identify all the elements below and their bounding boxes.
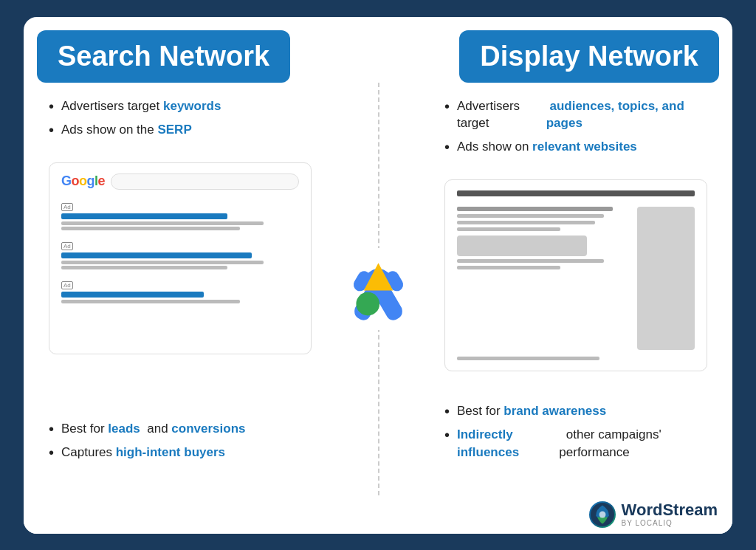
ad-line-2a	[61, 261, 264, 264]
ad-label-1: Ad	[61, 203, 73, 211]
right-top-bullets: Advertisers target audiences, topics, an…	[444, 97, 707, 162]
footer-bar: WordStream By LOCALiQ	[24, 495, 732, 534]
svg-point-3	[356, 292, 379, 315]
high-intent-highlight: high-intent buyers	[112, 444, 225, 461]
conversions-highlight: conversions	[168, 420, 246, 438]
right-bottom-bullets: Best for brand awareness Indirectly infl…	[444, 402, 707, 467]
google-logo-row: Google	[61, 173, 299, 190]
ad-result-3: Ad	[61, 277, 299, 303]
wordstream-brand: WordStream	[622, 501, 718, 519]
indirectly-influences-highlight: Indirectly influences	[457, 426, 559, 461]
ad-title-bar-1	[61, 213, 227, 219]
disp-block-1	[457, 236, 587, 256]
audiences-highlight: audiences, topics, and pages	[546, 97, 707, 133]
google-ads-logo	[343, 252, 413, 323]
wordstream-icon	[589, 501, 616, 528]
right-bullet-1: Advertisers target audiences, topics, an…	[444, 97, 707, 133]
brand-awareness-highlight: brand awareness	[501, 402, 607, 420]
left-bullet-2: Ads show on the SERP	[49, 121, 312, 139]
ad-label-3: Ad	[61, 281, 73, 289]
leads-highlight: leads	[105, 420, 140, 438]
wordstream-svg-icon	[591, 503, 614, 526]
left-bullet-1: Advertisers target keywords	[49, 97, 312, 115]
main-card: Search Network Display Network Advertise…	[24, 17, 732, 534]
left-top-bullets: Advertisers target keywords Ads show on …	[49, 97, 312, 145]
center-column	[326, 83, 430, 495]
right-bullet-2: Ads show on relevant websites	[444, 138, 707, 156]
ad-line-3a	[61, 300, 240, 303]
disp-line-5	[457, 259, 604, 263]
keyword-highlight: keywords	[159, 97, 221, 115]
google-search-bar	[111, 173, 299, 190]
disp-line-bottom	[457, 357, 599, 360]
wordstream-text: WordStream By LOCALiQ	[622, 501, 718, 527]
disp-line-3	[457, 221, 595, 224]
google-search-mockup: Google Ad Ad	[49, 162, 312, 354]
display-image-placeholder	[637, 207, 695, 350]
display-inner	[457, 207, 695, 350]
google-ads-logo-container	[339, 248, 418, 330]
disp-line-6	[457, 266, 560, 269]
ad-label-2: Ad	[61, 242, 73, 250]
left-bottom-bullets: Best for leads and conversions Captures …	[49, 420, 312, 467]
top-section: Search Network Display Network	[24, 17, 732, 83]
disp-line-2	[457, 214, 604, 218]
ad-title-bar-3	[61, 292, 204, 298]
google-logo: Google	[61, 173, 105, 189]
relevant-websites-highlight: relevant websites	[529, 138, 636, 156]
right-bottom-bullet-1: Best for brand awareness	[444, 402, 707, 420]
left-bottom-bullet-2: Captures high-intent buyers	[49, 444, 312, 461]
wordstream-sub: By LOCALiQ	[622, 519, 718, 527]
display-header-bar	[457, 190, 695, 196]
serp-highlight: SERP	[154, 121, 192, 139]
right-panel: Advertisers target audiences, topics, an…	[430, 83, 725, 495]
disp-line-1	[457, 207, 613, 211]
ad-result-2: Ad	[61, 238, 299, 269]
display-text-col	[457, 207, 630, 350]
ad-line-2b	[61, 266, 227, 269]
ad-title-bar-2	[61, 252, 252, 258]
display-network-title: Display Network	[480, 41, 698, 72]
ad-result-1: Ad	[61, 199, 299, 230]
search-network-header: Search Network	[37, 30, 290, 83]
display-network-header: Display Network	[459, 30, 719, 83]
main-content: Advertisers target keywords Ads show on …	[24, 83, 732, 495]
left-bottom-bullet-1: Best for leads and conversions	[49, 420, 312, 438]
svg-point-5	[599, 511, 605, 518]
disp-line-4	[457, 227, 560, 231]
ad-line-1b	[61, 227, 240, 230]
wordstream-logo: WordStream By LOCALiQ	[589, 501, 718, 528]
display-ad-mockup	[444, 179, 707, 371]
ad-line-1a	[61, 221, 264, 225]
right-bottom-bullet-2: Indirectly influences other campaigns' p…	[444, 426, 707, 461]
search-network-title: Search Network	[58, 41, 269, 72]
left-panel: Advertisers target keywords Ads show on …	[31, 83, 326, 495]
